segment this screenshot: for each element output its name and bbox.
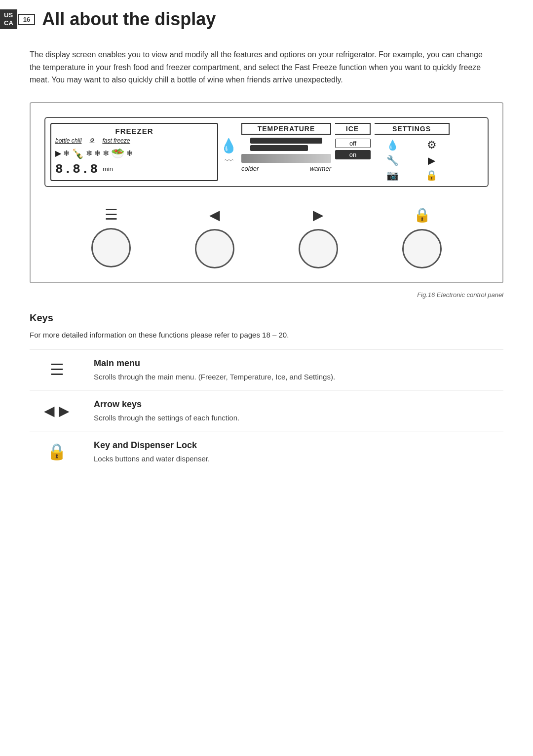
left-arrow-button-item: ◀ [195,207,234,268]
menu-button-circle[interactable] [91,228,131,267]
snowflake2-icon: ❄ [86,149,92,158]
settings-play-icon: ▶ [414,154,450,166]
temp-labels: colder warmer [241,165,331,172]
page-header: US CA 16 All about the display [0,0,533,35]
diagram-box: FREEZER bottle chill ⚙ fast freeze ▶ ❄ 🍾… [30,102,503,283]
table-row: ◀ ▶ Arrow keys Scrolls through the setti… [30,390,503,431]
ice-on-option: on [335,150,371,159]
main-menu-lines-icon: ☰ [50,361,64,378]
settings-drop-icon: 💧 [375,139,411,151]
page-number: 16 [18,14,35,25]
arrow-keys-icon: ◀ ▶ [44,403,70,418]
colder-label: colder [241,165,259,172]
water-drop-icon: 💧 [220,138,237,154]
arrow-keys-name: Arrow keys [94,399,498,410]
us-label: US [4,11,13,19]
main-menu-desc-cell: Main menu Scrolls through the main menu.… [84,349,503,390]
freezer-bottom: 8.8.8 min [55,162,213,177]
temperature-panel: TEMPERATURE colder warmer [239,123,333,181]
arrow-keys-description: Scrolls through the settings of each fun… [94,414,498,422]
keys-table: ☰ Main menu Scrolls through the main men… [30,349,503,472]
menu-button-item: ☰ [91,207,131,267]
water-lines-icon: 〰 [225,156,233,166]
freezer-subtitles: bottle chill ⚙ fast freeze [55,137,213,144]
table-row: 🔒 Key and Dispenser Lock Locks buttons a… [30,431,503,472]
right-arrow-button-circle[interactable] [299,229,338,268]
lock-desc-cell: Key and Dispenser Lock Locks buttons and… [84,431,503,472]
left-arrow-button-circle[interactable] [195,229,234,268]
control-panel: FREEZER bottle chill ⚙ fast freeze ▶ ❄ 🍾… [44,117,489,187]
country-tab: US CA [0,9,17,29]
lock-description: Locks buttons and water dispenser. [94,454,498,463]
snowflake3-icon: ❄ [94,149,101,158]
settings-icons: 💧 ⚙ 🔧 ▶ 📷 🔒 [375,139,450,181]
keys-intro-text: For more detailed information on these f… [30,331,503,339]
temp-bar-1 [250,138,322,144]
main-menu-description: Scrolls through the main menu. (Freezer,… [94,373,498,381]
temp-bar-2 [250,145,307,151]
freezer-icons-row: ▶ ❄ 🍾 ❄ ❄ ❄ 🥗 ❄ [55,147,213,160]
min-label: min [103,165,113,173]
play-left-icon: ▶ [55,149,61,158]
snowflake4-icon: ❄ [103,149,109,158]
bottle-chill-label: bottle chill [55,137,81,144]
lock-icon-cell: 🔒 [30,431,84,472]
right-arrow-button-item: ▶ [299,207,338,268]
settings-title: SETTINGS [375,123,450,135]
buttons-row: ☰ ◀ ▶ 🔒 [44,207,489,268]
keys-section-title: Keys [30,312,503,324]
digit-display: 8.8.8 [55,162,99,177]
page-content: The display screen enables you to view a… [0,35,533,486]
water-divider: 💧 〰 [218,123,239,181]
ca-label: CA [4,19,13,27]
figure-caption: Fig.16 Electronic control panel [30,291,503,299]
dispenser-lock-icon: 🔒 [47,443,67,460]
ice-options: off on [335,139,371,159]
right-arrow-icon[interactable]: ▶ [313,207,324,223]
arrow-keys-desc-cell: Arrow keys Scrolls through the settings … [84,390,503,431]
bottle-chill-gear-icon: ⚙ [89,137,94,144]
ice-off-option: off [335,139,371,148]
fast-freeze-label: fast freeze [102,137,130,144]
snowflake5-icon: ❄ [126,149,133,158]
lock-name: Key and Dispenser Lock [94,440,498,451]
settings-lock-icon: 🔒 [414,169,450,181]
main-menu-name: Main menu [94,358,498,369]
table-row: ☰ Main menu Scrolls through the main men… [30,349,503,390]
freezer-panel: FREEZER bottle chill ⚙ fast freeze ▶ ❄ 🍾… [50,123,218,181]
ice-panel: ICE off on [333,123,373,181]
menu-lines-icon[interactable]: ☰ [105,207,118,222]
arrow-keys-icon-cell: ◀ ▶ [30,390,84,431]
lock-button-item: 🔒 [402,207,442,268]
warmer-label: warmer [310,165,331,172]
lock-button-icon[interactable]: 🔒 [414,207,431,223]
snowflake1-icon: ❄ [63,149,70,158]
settings-panel: SETTINGS 💧 ⚙ 🔧 ▶ 📷 🔒 [373,123,452,181]
lock-button-circle[interactable] [402,229,442,268]
freezer-title: FREEZER [55,127,213,135]
temp-bars [250,138,322,151]
temperature-title: TEMPERATURE [241,123,331,135]
settings-wrench-icon: 🔧 [375,154,411,166]
settings-camera-icon: 📷 [375,169,411,181]
settings-gear-icon: ⚙ [414,139,450,151]
intro-paragraph: The display screen enables you to view a… [30,48,484,86]
temp-scale-bar [241,154,331,163]
ice-title: ICE [335,123,371,135]
page-title: All about the display [42,9,216,30]
food-icon: 🥗 [111,147,124,160]
left-arrow-icon[interactable]: ◀ [209,207,220,223]
main-menu-icon-cell: ☰ [30,349,84,390]
bottle-icon: 🍾 [72,148,84,159]
